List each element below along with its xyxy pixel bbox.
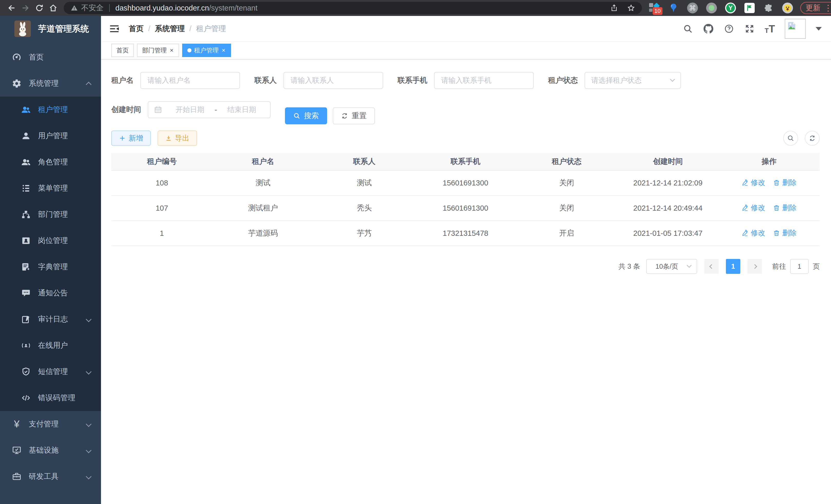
- tab-close-icon[interactable]: ×: [221, 47, 226, 53]
- table-cell-actions: 修改删除: [718, 228, 820, 238]
- edit-link[interactable]: 修改: [742, 228, 765, 238]
- breadcrumb-item: 租户管理: [196, 24, 226, 34]
- table-cell-actions: 修改删除: [718, 178, 820, 188]
- address-bar[interactable]: 不安全 dashboard.yudao.iocoder.cn/system/te…: [64, 2, 642, 14]
- sidebar-item-infrastructure[interactable]: 基础设施: [0, 437, 101, 464]
- sidebar-item-online-users[interactable]: 在线用户: [0, 332, 101, 359]
- table-body: 108测试测试15601691300关闭2021-12-14 21:02:09修…: [111, 171, 820, 246]
- sidebar-item-error-code-management[interactable]: 错误码管理: [0, 385, 101, 411]
- url-path[interactable]: /system/tenant: [209, 4, 257, 12]
- pen-icon: [742, 179, 749, 186]
- extension-y-icon[interactable]: Y: [725, 2, 737, 14]
- mobile-input[interactable]: [434, 72, 534, 89]
- sidebar-item-post-management[interactable]: 岗位管理: [0, 228, 101, 254]
- sidebar-item-label: 字典管理: [38, 262, 68, 272]
- table-cell: 2021-12-14 21:02:09: [617, 179, 718, 187]
- sidebar-item-menu-management[interactable]: 菜单管理: [0, 175, 101, 201]
- breadcrumb-item[interactable]: 首页: [129, 24, 144, 34]
- reset-button-label: 重置: [352, 111, 367, 121]
- breadcrumb-item[interactable]: 系统管理: [155, 24, 185, 34]
- org-icon: [21, 210, 31, 219]
- sidebar-item-sms-management[interactable]: 短信管理: [0, 359, 101, 385]
- security-label[interactable]: 不安全: [81, 3, 104, 13]
- browser-home-button[interactable]: [46, 1, 60, 15]
- extensions-puzzle-icon[interactable]: [763, 2, 774, 14]
- browser-menu-kebab-icon[interactable]: ⋮: [824, 4, 831, 12]
- edit-link[interactable]: 修改: [742, 178, 765, 187]
- create-time-range-picker[interactable]: 开始日期 - 结束日期: [148, 101, 270, 118]
- chevron-down-icon: [86, 317, 92, 322]
- extension-grid-icon[interactable]: 10: [649, 2, 660, 14]
- extension-command-icon[interactable]: ⌘: [687, 2, 698, 14]
- sidebar-item-dept-management[interactable]: 部门管理: [0, 201, 101, 228]
- sidebar-item-home[interactable]: 首页: [0, 44, 101, 70]
- browser-back-button[interactable]: [5, 1, 19, 15]
- sidebar-item-payment-management[interactable]: ¥支付管理: [0, 411, 101, 437]
- tab-tenant-management[interactable]: 租户管理×: [182, 44, 231, 57]
- app-title: 芋道管理系统: [38, 23, 89, 35]
- sidebar-item-label: 租户管理: [38, 105, 68, 115]
- chevron-down-icon: [86, 421, 92, 427]
- export-button[interactable]: 导出: [157, 130, 197, 146]
- sidebar-item-notice-announcement[interactable]: 通知公告: [0, 280, 101, 306]
- prev-page-button[interactable]: [704, 259, 719, 274]
- extension-balloon-icon[interactable]: [667, 2, 679, 14]
- sidebar-item-dict-management[interactable]: 字典管理: [0, 254, 101, 280]
- avatar-caret-icon[interactable]: [815, 27, 822, 31]
- url-host[interactable]: dashboard.yudao.iocoder.cn: [115, 4, 209, 12]
- sidebar-item-role-management[interactable]: 角色管理: [0, 149, 101, 175]
- goto-page-input[interactable]: [790, 259, 809, 274]
- tenant-name-input[interactable]: [140, 72, 240, 89]
- search-button[interactable]: 搜索: [285, 108, 327, 124]
- page-size-select[interactable]: 10条/页: [646, 259, 697, 274]
- edit-link[interactable]: 修改: [742, 203, 765, 213]
- end-date-placeholder[interactable]: 结束日期: [219, 105, 264, 115]
- share-icon[interactable]: [610, 4, 618, 12]
- header-search-icon[interactable]: [683, 23, 693, 34]
- browser-forward-button[interactable]: [19, 1, 32, 15]
- font-size-icon[interactable]: TT: [765, 24, 775, 34]
- tenant-table: 租户编号租户名联系人联系手机租户状态创建时间操作 108测试测试15601691…: [111, 153, 820, 246]
- add-button[interactable]: 新增: [111, 130, 151, 146]
- sidebar-item-tenant-management[interactable]: 租户管理: [0, 97, 101, 123]
- next-page-button[interactable]: [747, 259, 762, 274]
- sidebar-item-label: 用户管理: [38, 131, 68, 141]
- github-icon[interactable]: [703, 23, 714, 34]
- reset-button[interactable]: 重置: [333, 108, 375, 124]
- refresh-button[interactable]: [805, 131, 820, 146]
- tab-close-icon[interactable]: ×: [169, 47, 174, 53]
- contact-input[interactable]: [283, 72, 383, 89]
- chevron-down-icon: [86, 369, 92, 375]
- sidebar-item-audit-log[interactable]: 审计日志: [0, 306, 101, 332]
- sidebar-item-dev-tools[interactable]: 研发工具: [0, 464, 101, 490]
- app-logo[interactable]: 芋道管理系统: [0, 16, 101, 41]
- sidebar-item-system-management[interactable]: 系统管理: [0, 70, 101, 97]
- sidebar-item-label: 支付管理: [29, 419, 59, 429]
- sidebar-fold-icon[interactable]: [109, 23, 120, 34]
- browser-update-button[interactable]: 更新 ⋮: [800, 2, 831, 14]
- gear-icon: [12, 79, 22, 88]
- security-warning-icon[interactable]: [70, 4, 78, 12]
- delete-link[interactable]: 删除: [773, 228, 797, 238]
- start-date-placeholder[interactable]: 开始日期: [167, 105, 212, 115]
- page-number-1[interactable]: 1: [726, 259, 740, 274]
- profile-avatar-icon[interactable]: [782, 2, 794, 14]
- browser-reload-button[interactable]: [32, 1, 46, 15]
- help-icon[interactable]: [724, 23, 735, 34]
- bookmark-star-icon[interactable]: [627, 4, 635, 12]
- sidebar-item-user-management[interactable]: 用户管理: [0, 123, 101, 149]
- tab-home[interactable]: 首页: [111, 44, 134, 57]
- fullscreen-icon[interactable]: [744, 23, 755, 34]
- filter-form-row-1: 租户名 联系人 联系手机 租户状态 请选择租户状态: [111, 72, 820, 101]
- table-cell: 测试: [314, 178, 415, 188]
- extension-flag-icon[interactable]: [744, 2, 755, 14]
- toggle-search-button[interactable]: [783, 131, 798, 146]
- table-cell: 2021-01-05 17:03:47: [617, 229, 718, 238]
- extension-record-icon[interactable]: [706, 2, 717, 14]
- tab-dept-management[interactable]: 部门管理×: [137, 44, 179, 57]
- delete-link[interactable]: 删除: [773, 203, 797, 213]
- tab-label: 首页: [116, 46, 129, 55]
- user-avatar[interactable]: [785, 19, 806, 39]
- status-select[interactable]: 请选择租户状态: [584, 72, 681, 89]
- delete-link[interactable]: 删除: [773, 178, 797, 187]
